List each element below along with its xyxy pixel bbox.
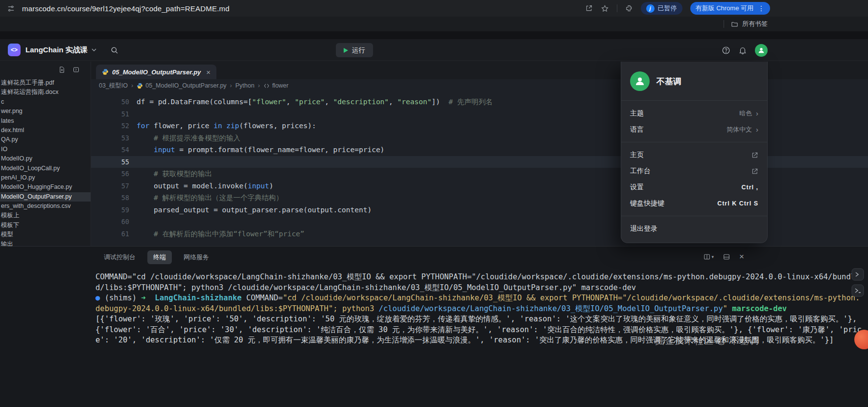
chevron-right-icon: ›: [756, 125, 758, 134]
file-item[interactable]: IO: [0, 145, 91, 154]
all-bookmarks[interactable]: 所有书签: [742, 20, 768, 28]
line-number: 56: [91, 168, 129, 180]
new-file-icon[interactable]: [58, 66, 66, 73]
file-item[interactable]: ModelIO.py: [0, 154, 91, 163]
run-button[interactable]: 运行: [336, 43, 373, 57]
run-label: 运行: [352, 46, 365, 55]
file-item[interactable]: lates: [0, 116, 91, 126]
line-number: 57: [91, 180, 129, 192]
paused-label: 已暂停: [658, 4, 677, 13]
file-item[interactable]: 模板上: [0, 211, 91, 220]
course-title: LangChain 实战课: [25, 45, 88, 55]
menu-item-right: [751, 168, 758, 175]
menu-item-shortcuts[interactable]: 键盘快捷键Ctrl K Ctrl S: [621, 195, 767, 211]
toolbar-divider: [617, 4, 617, 12]
chrome-update-label: 有新版 Chrome 可用: [696, 4, 753, 13]
menu-item-value: 暗色: [739, 109, 752, 118]
file-item[interactable]: ModelIO_HuggingFace.py: [0, 182, 91, 192]
file-item[interactable]: wer.png: [0, 107, 91, 116]
terminal-header-icons: ▾ ×: [703, 252, 744, 261]
breadcrumb-label: Python: [235, 82, 255, 89]
tune-icon[interactable]: [7, 4, 15, 13]
menu-item-label: 设置: [630, 183, 644, 192]
search-icon[interactable]: [110, 46, 118, 54]
open-terminal-editor-icon[interactable]: [851, 268, 864, 281]
code-text: # 解析模型的输出（这是一个字典结构）: [137, 192, 283, 204]
close-tab-icon[interactable]: ×: [206, 68, 211, 76]
menu-item-right: 暗色›: [739, 109, 758, 118]
url-bar[interactable]: marscode.cn/course/9erl12yejee4qj?code_p…: [22, 4, 230, 13]
menu-item-value: 简体中文: [727, 125, 752, 134]
file-item[interactable]: penAI_IO.py: [0, 173, 91, 182]
bookmarks-folder-icon: [731, 21, 738, 28]
code-text: output = model.invoke(input): [137, 180, 273, 192]
editor-tab[interactable]: 05_ModelIO_OutputParser.py ×: [96, 65, 216, 79]
file-item[interactable]: ModelIO_OutputParser.py: [0, 192, 91, 202]
maximize-panel-icon[interactable]: [723, 253, 730, 261]
explorer-actions: [0, 62, 91, 77]
user-avatar-small[interactable]: [755, 44, 768, 57]
menu-divider: [621, 216, 767, 216]
menu-item-right: [751, 152, 758, 158]
file-item[interactable]: ModelIO_LoopCall.py: [0, 164, 91, 173]
collapse-explorer-icon[interactable]: [72, 66, 80, 73]
terminal-tab[interactable]: 调试控制台: [98, 250, 141, 264]
chevron-down-icon[interactable]: [92, 47, 96, 52]
file-item[interactable]: QA.py: [0, 135, 91, 144]
bookmark-star-icon[interactable]: [601, 4, 609, 13]
line-number: 52: [91, 120, 129, 132]
chrome-update-pill[interactable]: 有新版 Chrome 可用 ⋮: [690, 2, 770, 15]
chrome-menu-icon[interactable]: ⋮: [758, 4, 765, 12]
external-link-icon: [751, 152, 758, 158]
file-item[interactable]: 模板下: [0, 221, 91, 230]
code-text: # 在解析后的输出中添加“flower”和“price”: [137, 228, 305, 240]
menu-item-home[interactable]: 主页: [621, 147, 767, 163]
terminal-side-icons: [851, 268, 864, 297]
juejin-extension-pill[interactable]: j 已暂停: [641, 2, 682, 15]
menu-item-logout[interactable]: 退出登录: [621, 221, 767, 237]
menu-item-theme[interactable]: 主题暗色›: [621, 105, 767, 121]
file-item[interactable]: dex.html: [0, 126, 91, 135]
menu-item-label: 键盘快捷键: [630, 199, 664, 208]
code-text: # 根据提示准备模型的输入: [137, 132, 240, 144]
file-item[interactable]: 输出: [0, 240, 91, 246]
code-text: for flower, price in zip(flowers, prices…: [137, 120, 316, 132]
menu-divider: [621, 142, 767, 142]
file-list: 速鲜花员工手册.pdf速鲜花运营指南.docxcwer.pnglatesdex.…: [0, 77, 91, 246]
menu-item-workspace[interactable]: 工作台: [621, 163, 767, 179]
split-terminal-icon[interactable]: ▾: [703, 253, 714, 261]
menu-item-right: Ctrl ,: [742, 184, 758, 191]
file-item[interactable]: c: [0, 97, 91, 107]
file-explorer: 速鲜花员工手册.pdf速鲜花运营指南.docxcwer.pnglatesdex.…: [0, 62, 91, 246]
menu-item-language[interactable]: 语言简体中文›: [621, 121, 767, 137]
terminal-tab[interactable]: 终端: [147, 250, 172, 264]
breadcrumb-item[interactable]: Python: [235, 82, 255, 89]
extension-icon[interactable]: [625, 4, 633, 12]
line-number: 58: [91, 192, 129, 204]
menu-item-right: 简体中文›: [727, 125, 758, 134]
breadcrumb-item[interactable]: flower: [263, 82, 288, 89]
breadcrumb-item[interactable]: 03_模型IO: [99, 82, 128, 90]
line-number: 50: [91, 96, 129, 108]
file-item[interactable]: ers_with_descriptions.csv: [0, 202, 91, 211]
run-terminal-icon[interactable]: [851, 284, 864, 297]
bell-icon[interactable]: [738, 46, 747, 55]
user-menu-items: 主题暗色›语言简体中文›主页工作台设置Ctrl ,键盘快捷键Ctrl K Ctr…: [621, 105, 767, 237]
breadcrumb-item[interactable]: 05_ModelIO_OutputParser.py: [137, 82, 226, 89]
open-external-icon[interactable]: [585, 4, 593, 12]
help-icon[interactable]: [722, 46, 730, 55]
line-number: 60: [91, 216, 129, 228]
code-text: parsed_output = output_parser.parse(outp…: [137, 204, 372, 216]
menu-item-settings[interactable]: 设置Ctrl ,: [621, 179, 767, 195]
terminal-block: COMMAND="cd /cloudide/workspace/LangChai…: [95, 272, 863, 293]
ide-header: <> LangChain 实战课 运行: [0, 39, 868, 61]
file-item[interactable]: 速鲜花运营指南.docx: [0, 88, 91, 97]
breadcrumb-label: flower: [272, 82, 288, 89]
bookmarks-divider: [724, 20, 724, 28]
file-item[interactable]: 模型: [0, 230, 91, 239]
file-item[interactable]: 速鲜花员工手册.pdf: [0, 78, 91, 88]
close-panel-icon[interactable]: ×: [739, 252, 744, 261]
marscode-logo-icon[interactable]: <>: [8, 44, 21, 56]
user-profile[interactable]: 不基调: [621, 68, 767, 96]
terminal-tab[interactable]: 网络服务: [178, 250, 215, 264]
